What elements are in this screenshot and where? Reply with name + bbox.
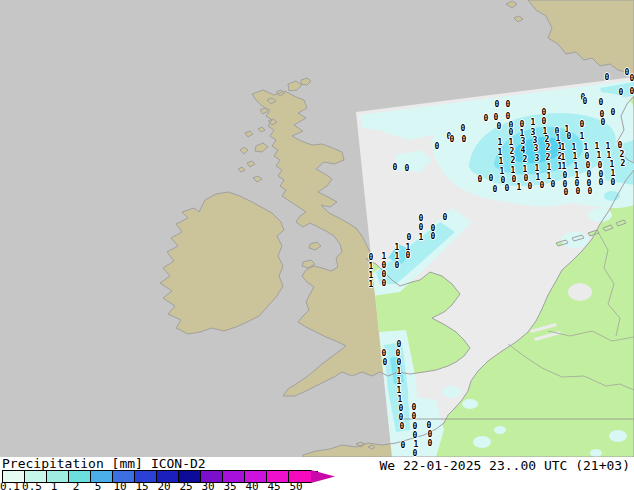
map-canvas xyxy=(0,0,634,457)
legend-title-parameter: Precipitation xyxy=(2,456,104,471)
weather-map-page: 0000000000000000000000001001000131113321… xyxy=(0,0,634,490)
valid-time-label: We 22-01-2025 23..00 UTC (21+03) xyxy=(380,458,630,473)
colorbar-tick-label: 1 xyxy=(51,482,58,490)
colorbar-tick-label: 10 xyxy=(113,482,126,490)
legend-title-unit: [mm] xyxy=(112,456,143,471)
colorbar-tick-label: 45 xyxy=(267,482,280,490)
colorbar-tick-labels: 0.10.5125101520253035404550 xyxy=(0,482,340,490)
legend-title-model: ICON-D2 xyxy=(151,456,206,471)
colorbar-tick-label: 40 xyxy=(245,482,258,490)
colorbar-tick-label: 30 xyxy=(201,482,214,490)
colorbar-tick-label: 50 xyxy=(289,482,302,490)
colorbar-tick-label: 5 xyxy=(95,482,102,490)
colorbar-tick-label: 0.1 xyxy=(0,482,20,490)
colorbar-tick-label: 35 xyxy=(223,482,236,490)
colorbar-tick-label: 15 xyxy=(135,482,148,490)
precipitation-map: 0000000000000000000000001001000131113321… xyxy=(0,0,634,457)
ijsselmeer-lake xyxy=(568,283,592,301)
colorbar-tick-label: 20 xyxy=(157,482,170,490)
colorbar-tick-label: 2 xyxy=(73,482,80,490)
colorbar-tick-label: 25 xyxy=(179,482,192,490)
colorbar-tick-label: 0.5 xyxy=(22,482,42,490)
legend-bar: Precipitation [mm]ICON-D2 0.10.512510152… xyxy=(0,457,634,490)
